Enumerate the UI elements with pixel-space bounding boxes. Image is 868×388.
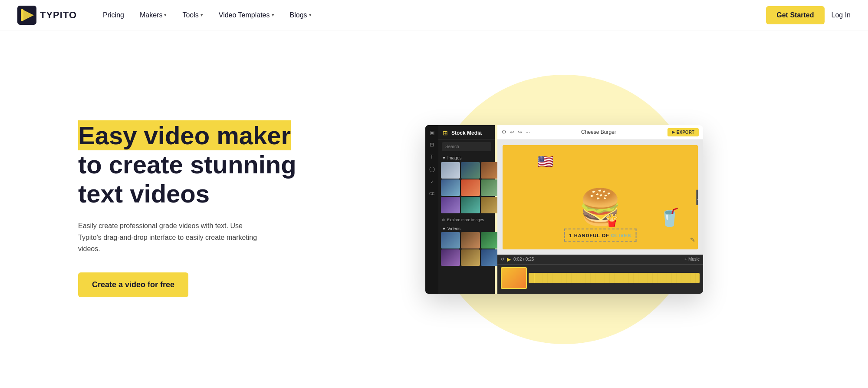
tools-chevron: ▾ bbox=[201, 12, 203, 18]
blogs-chevron: ▾ bbox=[309, 12, 312, 18]
layers-icon[interactable]: ⊟ bbox=[430, 142, 434, 148]
makers-chevron: ▾ bbox=[164, 12, 167, 18]
zoom-out-icon[interactable]: − bbox=[501, 292, 504, 294]
heading-highlight: Easy video maker bbox=[78, 120, 291, 150]
timeline-bar[interactable] bbox=[529, 273, 700, 283]
navbar: TYPITO Pricing Makers ▾ Tools ▾ Video Te… bbox=[0, 0, 868, 30]
timeline-marker bbox=[534, 273, 535, 283]
fries-decoration: 🍟 bbox=[604, 213, 619, 228]
image-thumb-7[interactable] bbox=[441, 197, 460, 213]
hero-section: Easy video maker to create stunning text… bbox=[0, 30, 868, 388]
text-overlay-content: 1 HANDFUL OF OLIVES bbox=[569, 233, 631, 238]
undo-icon[interactable]: ↩ bbox=[510, 129, 514, 135]
hero-heading: Easy video maker to create stunning text… bbox=[78, 121, 312, 208]
editor-main: ⚙ ↩ ↪ ··· Cheese Burger ▶ EXPORT bbox=[497, 125, 703, 294]
video-thumb-1[interactable] bbox=[441, 232, 460, 249]
image-thumb-2[interactable] bbox=[461, 162, 480, 179]
timeline-controls-bottom: − + bbox=[497, 292, 703, 294]
panel-header-title: Stock Media bbox=[451, 130, 482, 136]
nav-video-templates[interactable]: Video Templates ▾ bbox=[219, 11, 274, 19]
hero-subtext: Easily create professional grade videos … bbox=[78, 220, 260, 255]
video-thumb-4[interactable] bbox=[441, 249, 460, 266]
music-icon[interactable]: ♪ bbox=[431, 178, 433, 184]
nav-blogs[interactable]: Blogs ▾ bbox=[290, 11, 312, 19]
cta-button[interactable]: Create a video for free bbox=[78, 272, 188, 297]
videos-section-title: ▼ Videos bbox=[438, 225, 495, 232]
timeline-controls: ↺ ▶ 0:02 / 0:25 + Music bbox=[497, 255, 703, 265]
video-grid bbox=[438, 232, 495, 269]
text-overlay-box[interactable]: 1 HANDFUL OF OLIVES bbox=[564, 229, 637, 242]
logo-icon bbox=[17, 6, 36, 25]
edit-handle[interactable]: ✎ bbox=[690, 236, 695, 243]
music-button[interactable]: + Music bbox=[684, 257, 700, 262]
timeline-thumbnail[interactable] bbox=[501, 267, 527, 289]
cup-decoration: 🥤 bbox=[659, 207, 681, 228]
nav-actions: Get Started Log In bbox=[766, 6, 851, 24]
side-icon-strip: ▣ ⊟ T ◯ ♪ cc bbox=[425, 125, 438, 294]
video-thumb-5[interactable] bbox=[461, 249, 480, 266]
hero-right: ▣ ⊟ T ◯ ♪ cc ⊞ Stock Media ▼ Images bbox=[312, 125, 816, 294]
more-icon[interactable]: ··· bbox=[526, 129, 530, 135]
video-templates-chevron: ▾ bbox=[272, 12, 274, 18]
image-thumb-4[interactable] bbox=[441, 179, 460, 196]
nav-tools[interactable]: Tools ▾ bbox=[182, 11, 203, 19]
shapes-icon[interactable]: ◯ bbox=[429, 166, 435, 172]
settings-icon[interactable]: ⚙ bbox=[502, 129, 506, 135]
canvas-inner: 🇺🇸 🍔 🍟 🥤 1 HANDFUL OF OLIVES bbox=[503, 145, 698, 249]
timeline-thumb-inner bbox=[502, 268, 526, 288]
canvas-title: Cheese Burger bbox=[581, 129, 616, 135]
image-thumb-5[interactable] bbox=[461, 179, 480, 196]
media-icon[interactable]: ▣ bbox=[430, 129, 434, 136]
image-thumb-8[interactable] bbox=[461, 197, 480, 213]
timeline-track bbox=[497, 265, 703, 292]
text-icon[interactable]: T bbox=[430, 154, 433, 160]
login-button[interactable]: Log In bbox=[832, 11, 851, 19]
svg-rect-2 bbox=[21, 9, 23, 21]
time-display: 0:02 / 0:25 bbox=[513, 257, 682, 262]
image-grid bbox=[438, 162, 495, 217]
topbar-tools: ⚙ ↩ ↪ ··· bbox=[502, 129, 530, 135]
zoom-in-icon[interactable]: + bbox=[506, 292, 510, 294]
panel-header-icon: ⊞ bbox=[443, 129, 448, 136]
text-highlight: OLIVES bbox=[611, 233, 631, 238]
editor-mockup: ▣ ⊟ T ◯ ♪ cc ⊞ Stock Media ▼ Images bbox=[425, 125, 703, 294]
logo-link[interactable]: TYPITO bbox=[17, 6, 77, 25]
help-tab[interactable]: Help bbox=[697, 189, 698, 205]
export-icon: ▶ bbox=[672, 130, 675, 134]
export-button[interactable]: ▶ EXPORT bbox=[667, 128, 699, 136]
editor-topbar: ⚙ ↩ ↪ ··· Cheese Burger ▶ EXPORT bbox=[497, 125, 703, 140]
flag-decoration: 🇺🇸 bbox=[537, 154, 553, 169]
hero-left: Easy video maker to create stunning text… bbox=[78, 121, 312, 297]
image-thumb-1[interactable] bbox=[441, 162, 460, 179]
canvas-area: 🇺🇸 🍔 🍟 🥤 1 HANDFUL OF OLIVES bbox=[497, 140, 703, 255]
timeline: ↺ ▶ 0:02 / 0:25 + Music bbox=[497, 255, 703, 294]
nav-makers[interactable]: Makers ▾ bbox=[140, 11, 167, 19]
canvas-content: 🇺🇸 🍔 🍟 🥤 1 HANDFUL OF OLIVES bbox=[503, 145, 698, 249]
redo-icon[interactable]: ↪ bbox=[518, 129, 522, 135]
get-started-button[interactable]: Get Started bbox=[766, 6, 824, 24]
play-button[interactable]: ▶ bbox=[507, 256, 511, 262]
video-thumb-2[interactable] bbox=[461, 232, 480, 249]
explore-more-link[interactable]: Explore more images bbox=[438, 217, 495, 225]
timeline-bar-pattern bbox=[529, 273, 700, 283]
nav-links: Pricing Makers ▾ Tools ▾ Video Templates… bbox=[103, 11, 766, 19]
editor-panel-left: ▣ ⊟ T ◯ ♪ cc ⊞ Stock Media ▼ Images bbox=[425, 125, 495, 294]
panel-search-input[interactable] bbox=[442, 142, 491, 151]
nav-pricing[interactable]: Pricing bbox=[103, 11, 124, 19]
loop-button[interactable]: ↺ bbox=[501, 257, 504, 262]
panel-header: ⊞ Stock Media bbox=[438, 125, 495, 139]
captions-icon[interactable]: cc bbox=[429, 190, 434, 196]
images-section-title: ▼ Images bbox=[438, 154, 495, 162]
logo-text: TYPITO bbox=[40, 10, 77, 21]
